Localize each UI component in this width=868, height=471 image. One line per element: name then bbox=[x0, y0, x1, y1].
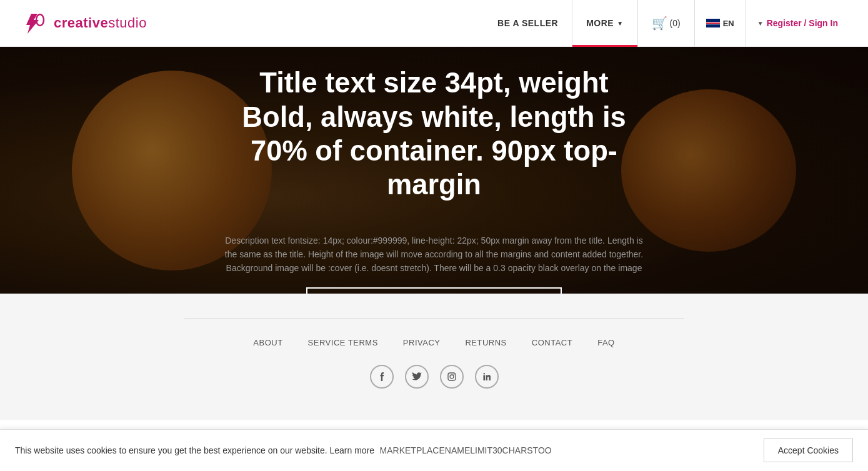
footer-divider bbox=[184, 319, 684, 319]
twitter-icon[interactable] bbox=[405, 365, 429, 389]
auth-button[interactable]: ▼ Register / Sign In bbox=[746, 0, 849, 47]
social-icons bbox=[0, 365, 868, 389]
hero-cta-button[interactable]: Font-size 15px; Bold; 20px margin (for a… bbox=[306, 287, 561, 294]
flag-icon bbox=[706, 19, 720, 27]
hero-title: Title text size 34pt, weight Bold, alway… bbox=[221, 66, 647, 202]
auth-chevron-icon: ▼ bbox=[757, 20, 764, 27]
language-selector[interactable]: EN bbox=[695, 0, 746, 47]
header: creativestudio BE A SELLER MORE ▼ 🛒 (0) … bbox=[0, 0, 868, 47]
logo[interactable]: creativestudio bbox=[19, 7, 147, 39]
nav-be-seller[interactable]: BE A SELLER bbox=[484, 0, 572, 47]
logo-icon bbox=[19, 7, 50, 39]
cart-count: (0) bbox=[670, 18, 681, 28]
cart-button[interactable]: 🛒 (0) bbox=[638, 0, 695, 47]
language-label: EN bbox=[723, 19, 734, 28]
register-signin-label: Register / Sign In bbox=[767, 18, 838, 28]
nav-more[interactable]: MORE ▼ bbox=[572, 0, 637, 47]
instagram-icon[interactable] bbox=[440, 365, 464, 389]
footer-about[interactable]: ABOUT bbox=[253, 338, 282, 347]
footer-privacy[interactable]: PRIVACY bbox=[403, 338, 441, 347]
footer-returns[interactable]: RETURNS bbox=[465, 338, 506, 347]
linkedin-icon[interactable] bbox=[475, 365, 499, 389]
footer-faq[interactable]: FAQ bbox=[597, 338, 615, 347]
hero-content: Title text size 34pt, weight Bold, alway… bbox=[0, 103, 868, 294]
svg-rect-1 bbox=[448, 373, 456, 380]
svg-point-3 bbox=[453, 374, 454, 375]
main-nav: BE A SELLER MORE ▼ 🛒 (0) EN ▼ Register /… bbox=[484, 0, 849, 47]
logo-creative: creative bbox=[54, 15, 108, 31]
footer-service-terms[interactable]: SERVICE TERMS bbox=[308, 338, 378, 347]
logo-studio: studio bbox=[108, 15, 147, 31]
footer-contact[interactable]: CONTACT bbox=[532, 338, 572, 347]
chevron-down-icon: ▼ bbox=[617, 20, 623, 27]
hero-description: Description text fontsize: 14px; colour:… bbox=[221, 234, 647, 275]
svg-point-2 bbox=[450, 375, 454, 379]
hero-section: Title text size 34pt, weight Bold, alway… bbox=[0, 47, 868, 294]
facebook-icon[interactable] bbox=[370, 365, 394, 389]
footer: ABOUT SERVICE TERMS PRIVACY RETURNS CONT… bbox=[0, 294, 868, 420]
footer-nav: ABOUT SERVICE TERMS PRIVACY RETURNS CONT… bbox=[0, 338, 868, 347]
cart-icon: 🛒 bbox=[652, 16, 667, 31]
